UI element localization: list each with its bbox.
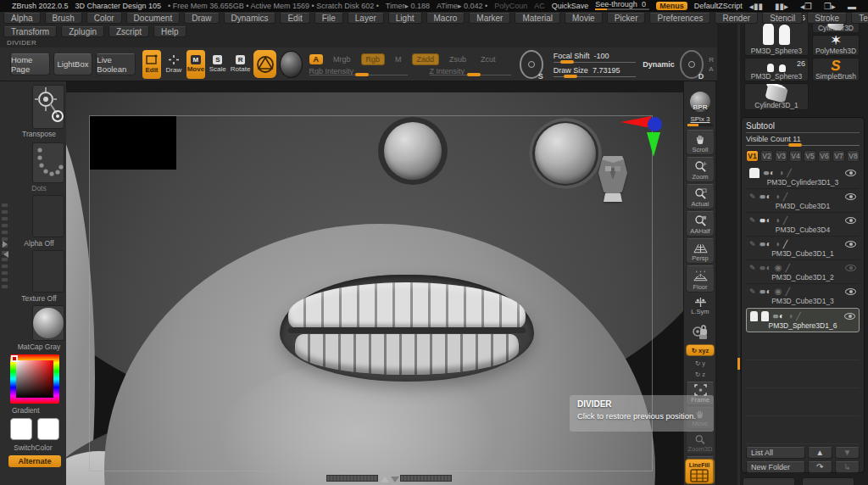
lightbox-button[interactable]: LightBox	[53, 53, 93, 75]
new-folder-button[interactable]: New Folder	[746, 461, 805, 473]
dynamic-mode-button[interactable]: D	[680, 50, 704, 79]
menu-stroke[interactable]: Stroke	[807, 13, 847, 24]
menu-document[interactable]: Document	[126, 13, 181, 24]
aahalf-button[interactable]: AAHalf	[686, 211, 715, 237]
tool-item-polymesh3d[interactable]: ✶ PolyMesh3D	[812, 35, 860, 56]
canvas-hscroll-right[interactable]	[400, 475, 452, 482]
menu-brush[interactable]: Brush	[45, 13, 82, 24]
canvas-scroll-down-icon[interactable]	[391, 477, 399, 482]
spix-slider[interactable]: SPix 3	[686, 112, 715, 127]
visibility-eye-icon[interactable]	[845, 170, 856, 176]
current-material-ball[interactable]	[280, 51, 302, 78]
secondary-color-swatch[interactable]	[37, 418, 59, 440]
draw-size-slider[interactable]: Draw Size 7.73195	[554, 66, 636, 77]
visibility-eye-icon[interactable]	[844, 313, 855, 320]
tablet-prev-icon[interactable]: ◂▮▮	[749, 2, 763, 11]
left-shelf-scrollbar[interactable]	[2, 203, 8, 292]
shelf-expand-right-icon[interactable]	[3, 241, 11, 248]
visibility-eye-icon[interactable]	[845, 193, 856, 200]
rotate-y-lock-button[interactable]: ↻y	[686, 358, 715, 369]
menu-color[interactable]: Color	[86, 13, 122, 24]
vtab-v8[interactable]: V8	[847, 150, 860, 162]
rotate-xyz-lock-button[interactable]: ↻xyz	[686, 344, 715, 356]
subtool-row[interactable]: ●●◐◑╱ PM3D_Cylinder3D1_3	[746, 165, 860, 189]
axis-x-indicator[interactable]	[620, 116, 651, 128]
vtab-v7[interactable]: V7	[832, 150, 845, 162]
menu-draw[interactable]: Draw	[184, 13, 219, 24]
quicksave-button[interactable]: QuickSave	[552, 2, 589, 10]
subtool-row[interactable]: ✎●●◐◉╱ PM3D_Cube3D1_3	[746, 284, 860, 308]
menu-zscript[interactable]: Zscript	[108, 26, 149, 37]
menu-picker[interactable]: Picker	[607, 13, 646, 24]
draw-button[interactable]: Draw	[164, 50, 183, 79]
matcap-material-button[interactable]	[32, 305, 64, 341]
move-down-button[interactable]: ▼	[835, 447, 860, 459]
rgb-toggle[interactable]: Rgb	[361, 53, 386, 65]
see-through-slider[interactable]: See-through 0	[595, 2, 649, 10]
subtool-row[interactable]: ✎●●◐◑╱ PM3D_Cube3D4	[746, 213, 860, 237]
scroll-button[interactable]: Scroll	[686, 130, 715, 155]
camera-lock-button[interactable]	[686, 319, 715, 343]
append-button[interactable]: ↳	[835, 461, 860, 473]
zsub-toggle[interactable]: Zsub	[445, 54, 470, 64]
duplicate-button[interactable]: ↷	[808, 461, 832, 473]
move-button[interactable]: M Move	[186, 50, 205, 79]
minimize-icon[interactable]: ▬	[848, 2, 856, 11]
right-tray-scrollbar[interactable]	[737, 12, 740, 485]
menu-texture[interactable]: Texture	[851, 13, 868, 24]
tool-item-cylinder3d1[interactable]: Cylinder3D_1	[744, 83, 809, 110]
axis-z-indicator[interactable]	[648, 117, 662, 131]
visibility-eye-icon[interactable]	[845, 217, 856, 224]
subtool-row[interactable]: ✎●●◐◉╱ PM3D_Cube3D1_2	[746, 260, 860, 284]
menu-stencil[interactable]: Stencil	[762, 13, 803, 24]
vtab-v4[interactable]: V4	[789, 150, 802, 162]
linefill-bottom-button[interactable]: LineFill	[685, 459, 714, 484]
vtab-v6[interactable]: V6	[818, 150, 831, 162]
menu-zplugin[interactable]: Zplugin	[61, 26, 104, 37]
tool-item-simplebrush[interactable]: S SimpleBrush	[812, 58, 860, 81]
subtool-row[interactable]: ✎●●◐◑╱ PM3D_Cube3D1	[746, 189, 860, 213]
menu-movie[interactable]: Movie	[565, 13, 603, 24]
vtab-v1[interactable]: V1	[746, 150, 759, 162]
menu-alpha[interactable]: Alpha	[3, 13, 41, 24]
menu-marker[interactable]: Marker	[469, 13, 510, 24]
scale-button[interactable]: S Scale	[209, 50, 227, 79]
rotate-z-lock-button[interactable]: ↻z	[686, 369, 715, 380]
visibility-eye-icon[interactable]	[845, 241, 856, 248]
axis-y-indicator[interactable]	[647, 132, 660, 157]
r-toggle[interactable]: R	[709, 56, 714, 64]
rgb-intensity-slider[interactable]: Rgb Intensity	[309, 67, 408, 75]
zoom3d-nav-button[interactable]: Zoom3D	[686, 431, 715, 454]
vtab-v5[interactable]: V5	[804, 150, 816, 162]
lsym-button[interactable]: L.Sym	[686, 294, 715, 316]
z-intensity-slider[interactable]: Z Intensity	[430, 67, 511, 75]
shelf-expand-left-icon[interactable]	[0, 251, 8, 258]
dynamic-toggle[interactable]: Dynamic	[643, 60, 675, 69]
list-all-button[interactable]: List All	[746, 447, 805, 459]
menu-material[interactable]: Material	[515, 13, 560, 24]
edit-button[interactable]: Edit	[142, 50, 161, 79]
menu-dynamics[interactable]: Dynamics	[224, 13, 276, 24]
stroke-type-button[interactable]: S	[520, 50, 543, 79]
tool-item-sphere3[interactable]: 26 PM3D_Sphere3	[744, 58, 809, 81]
visibility-eye-icon[interactable]	[845, 288, 856, 295]
m-toggle[interactable]: M	[391, 54, 406, 64]
see-through-track[interactable]	[595, 8, 649, 10]
transpose-button[interactable]	[32, 85, 64, 129]
current-alpha-button[interactable]	[32, 195, 64, 237]
a-toggle[interactable]: A	[309, 54, 324, 64]
menu-transform[interactable]: Transform	[3, 26, 57, 37]
camview-head-icon[interactable]	[593, 154, 632, 203]
canvas-hscroll-left[interactable]	[326, 475, 378, 482]
gradient-label[interactable]: Gradient	[0, 406, 66, 415]
switchcolor-button[interactable]: SwitchColor	[0, 443, 66, 452]
main-color-swatch[interactable]	[10, 418, 32, 440]
floor-button[interactable]: Floor	[686, 265, 715, 293]
mrgb-toggle[interactable]: Mrgb	[329, 54, 355, 64]
menu-render[interactable]: Render	[715, 13, 758, 24]
zoom-button[interactable]: Zoom	[686, 157, 715, 182]
menus-button[interactable]: Menus	[656, 2, 687, 10]
menu-preferences[interactable]: Preferences	[649, 13, 710, 24]
canvas-scroll-up-icon[interactable]	[381, 477, 389, 482]
subtool-row-selected[interactable]: ●●◐◑╱ PM3D_Sphere3D1_6	[746, 308, 860, 332]
